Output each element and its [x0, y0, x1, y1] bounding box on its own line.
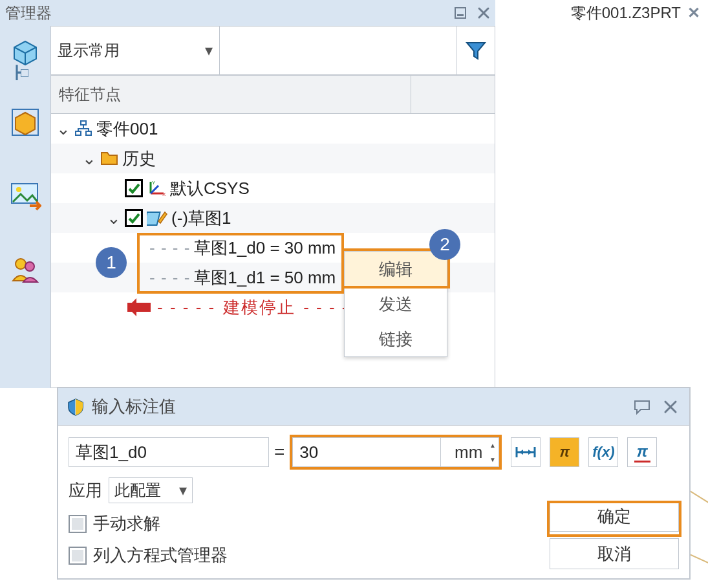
tree-row-part[interactable]: ⌄ 零件001: [51, 114, 495, 144]
tree-row-history[interactable]: ⌄ 历史: [51, 144, 495, 173]
equals-label: =: [274, 442, 284, 463]
annotation-badge-2: 2: [429, 229, 460, 260]
svg-rect-11: [81, 121, 86, 125]
sketch-label: (-)草图1: [171, 207, 231, 230]
svg-marker-5: [16, 113, 35, 135]
constant-button[interactable]: π: [627, 437, 657, 467]
value-spinner[interactable]: ▲ ▼: [486, 437, 499, 467]
tree-column-header: 特征节点: [50, 75, 495, 114]
svg-rect-12: [76, 131, 81, 135]
manager-title: 管理器: [5, 3, 52, 23]
dialog-header: 输入标注值: [58, 388, 689, 426]
chevron-down-icon: ▾: [179, 481, 187, 499]
context-menu-send[interactable]: 发送: [345, 287, 447, 321]
svg-rect-13: [86, 131, 91, 135]
users-icon[interactable]: [9, 254, 41, 290]
toolbar: 显示常用 ▾: [50, 26, 495, 75]
cancel-label: 取消: [597, 543, 631, 565]
file-tab[interactable]: 零件001.Z3PRT ✕: [495, 0, 708, 26]
stop-prefix: - - - - -: [157, 298, 215, 318]
stop-label: 建模停止: [223, 296, 295, 319]
dimension-dialog: 输入标注值 草图1_d0 = 30 mm ▲ ▼: [57, 387, 691, 580]
cancel-button[interactable]: 取消: [550, 538, 679, 569]
csys-icon: Y X: [147, 179, 166, 197]
checkbox-unchecked-icon[interactable]: [69, 515, 87, 533]
close-icon[interactable]: [473, 3, 494, 23]
manual-solve-label: 手动求解: [93, 512, 160, 535]
dimension-value: 30: [299, 442, 318, 463]
d0-label: 草图1_d0 = 30 mm: [194, 237, 336, 259]
left-rail: ┣□: [0, 26, 50, 388]
svg-text:Y: Y: [152, 180, 156, 186]
ok-button[interactable]: 确定: [550, 501, 679, 532]
secondary-column[interactable]: [411, 75, 495, 114]
dimension-unit: mm: [441, 437, 486, 467]
d1-label: 草图1_d1 = 50 mm: [194, 267, 336, 289]
dimension-row: 草图1_d0 = 30 mm ▲ ▼ π: [69, 435, 679, 470]
hierarchy-icon: [74, 120, 92, 138]
part-label: 零件001: [96, 118, 158, 140]
measure-button[interactable]: [511, 437, 541, 467]
chevron-down-icon[interactable]: ⌄: [82, 149, 96, 169]
csys-label: 默认CSYS: [170, 177, 250, 200]
spinner-up-icon[interactable]: ▲: [486, 438, 499, 452]
pi-icon: π: [560, 444, 570, 461]
minimize-icon[interactable]: [450, 3, 471, 23]
feature-column[interactable]: 特征节点: [50, 75, 411, 114]
function-button[interactable]: f(x): [588, 437, 618, 467]
include-eqmgr-label: 列入方程式管理器: [93, 544, 228, 567]
checkbox-unchecked-icon[interactable]: [69, 547, 87, 565]
context-menu-edit[interactable]: 编辑: [345, 252, 447, 287]
svg-line-16: [151, 186, 158, 193]
solid-icon[interactable]: [9, 106, 41, 142]
svg-marker-10: [467, 43, 485, 59]
pi-underline-icon: π: [634, 442, 650, 463]
apply-config-combo[interactable]: 此配置 ▾: [109, 477, 193, 503]
annotation-badge-1: 1: [96, 247, 127, 278]
context-menu: 编辑 发送 链接: [344, 251, 447, 357]
svg-point-9: [25, 262, 34, 271]
chevron-down-icon: ▾: [205, 41, 213, 60]
ok-label: 确定: [597, 505, 631, 528]
folder-icon: [100, 150, 118, 167]
svg-point-8: [16, 259, 26, 269]
context-menu-send-label: 发送: [379, 293, 413, 316]
context-menu-edit-label: 编辑: [379, 258, 413, 281]
image-export-icon[interactable]: [9, 180, 41, 216]
search-input[interactable]: [220, 26, 456, 75]
feature-column-label: 特征节点: [59, 84, 121, 105]
checkbox-checked-icon[interactable]: [125, 179, 143, 197]
tree-row-csys[interactable]: ⌄ Y X 默认CSYS: [51, 173, 495, 203]
part-manager-icon[interactable]: ┣□: [10, 39, 40, 69]
display-mode-combo[interactable]: 显示常用 ▾: [50, 26, 220, 75]
context-menu-link[interactable]: 链接: [345, 321, 447, 356]
chevron-down-icon[interactable]: ⌄: [56, 119, 70, 139]
dimension-name-value: 草图1_d0: [76, 441, 147, 464]
shield-icon: [66, 397, 85, 417]
dimension-value-input[interactable]: 30: [292, 437, 441, 467]
history-label: 历史: [122, 147, 156, 170]
chevron-down-icon[interactable]: ⌄: [107, 208, 121, 228]
spinner-down-icon[interactable]: ▼: [486, 452, 499, 466]
annotation-highlight-3: 30 mm ▲ ▼: [290, 435, 502, 470]
formula-folder-button[interactable]: π: [550, 437, 579, 467]
dimension-name-input[interactable]: 草图1_d0: [69, 437, 269, 467]
display-mode-label: 显示常用: [58, 40, 120, 61]
checkbox-checked-icon[interactable]: [125, 209, 143, 227]
comment-icon[interactable]: [631, 396, 653, 418]
close-icon[interactable]: ✕: [687, 4, 700, 22]
leader-icon: - - - -: [149, 268, 190, 288]
apply-row: 应用 此配置 ▾: [69, 477, 679, 503]
filter-button[interactable]: [456, 26, 495, 75]
svg-marker-24: [528, 450, 532, 455]
file-tab-label: 零件001.Z3PRT: [571, 3, 681, 23]
apply-config-value: 此配置: [114, 480, 161, 501]
svg-text:X: X: [162, 191, 166, 197]
stop-arrow-icon: [127, 303, 151, 312]
svg-rect-0: [455, 8, 466, 18]
sketch-icon: [147, 208, 167, 228]
apply-label: 应用: [69, 479, 102, 502]
dialog-title: 输入标注值: [92, 395, 176, 418]
close-icon[interactable]: [660, 396, 681, 418]
tree-row-sketch[interactable]: ⌄ (-)草图1: [51, 203, 495, 233]
